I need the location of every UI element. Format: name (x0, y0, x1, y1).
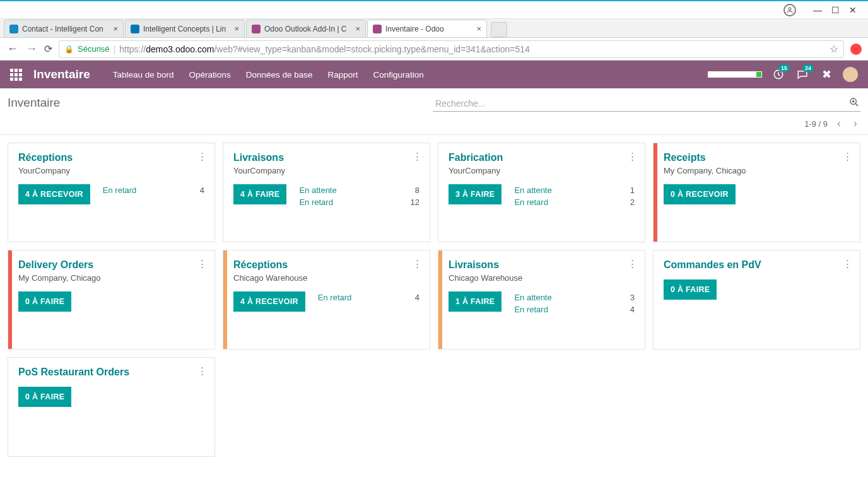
user-avatar[interactable] (843, 67, 858, 82)
pager-prev-icon[interactable]: ‹ (834, 118, 844, 129)
extension-icon[interactable] (850, 44, 862, 55)
nav-item[interactable]: Opérations (189, 70, 231, 79)
stat-label[interactable]: En attente (514, 293, 551, 302)
card-action-button[interactable]: 0 À FAIRE (664, 279, 717, 300)
stat-label[interactable]: En attente (514, 185, 551, 195)
apps-icon[interactable] (10, 69, 22, 81)
card-more-icon[interactable]: ⋮ (413, 151, 422, 162)
stat-label[interactable]: En retard (514, 197, 548, 207)
nav-item[interactable]: Données de base (246, 70, 313, 79)
card-more-icon[interactable]: ⋮ (843, 258, 852, 269)
search-expand-icon[interactable] (849, 97, 859, 109)
stat-value: 8 (407, 185, 419, 195)
card-title[interactable]: Réceptions (233, 259, 419, 271)
card-action-button[interactable]: 4 À FAIRE (233, 184, 286, 204)
card-action-button[interactable]: 1 À FAIRE (449, 291, 501, 312)
stat-label[interactable]: En attente (299, 185, 336, 195)
card-title[interactable]: Fabrication (449, 152, 635, 163)
tab-close-icon[interactable]: × (113, 24, 118, 33)
browser-tab[interactable]: Intelligent Concepts | Lin× (125, 20, 245, 37)
card-action-button[interactable]: 4 À RECEVOIR (233, 291, 305, 312)
nav-item[interactable]: Configuration (373, 70, 424, 79)
card-title[interactable]: Réceptions (18, 152, 204, 163)
window-close[interactable]: ✕ (844, 5, 862, 15)
card-stat[interactable]: En attente8 (299, 185, 419, 195)
stat-label[interactable]: En retard (103, 185, 136, 195)
browser-tab[interactable]: Contact - Intelligent Con× (4, 20, 124, 37)
new-tab-button[interactable] (491, 22, 507, 37)
kanban-card[interactable]: ⋮ Réceptions Chicago Warehouse 4 À RECEV… (223, 250, 430, 350)
card-subtitle: YourCompany (18, 166, 204, 175)
card-action-button[interactable]: 0 À RECEVOIR (664, 184, 736, 204)
window-maximize[interactable]: ☐ (826, 5, 844, 15)
card-title[interactable]: PoS Restaurant Orders (18, 367, 204, 378)
reload-icon[interactable]: ⟳ (44, 43, 52, 55)
stat-label[interactable]: En retard (318, 293, 351, 302)
card-more-icon[interactable]: ⋮ (197, 258, 207, 269)
card-stat[interactable]: En retard4 (318, 293, 419, 302)
kanban-card[interactable]: ⋮ Commandes en PdV 0 À FAIRE (653, 250, 860, 350)
window-minimize[interactable]: — (809, 5, 826, 15)
nav-back-icon[interactable]: ← (6, 42, 19, 56)
card-stat[interactable]: En retard12 (299, 197, 419, 207)
card-title[interactable]: Receipts (664, 152, 850, 163)
tab-close-icon[interactable]: × (476, 24, 481, 33)
tab-title: Contact - Intelligent Con (22, 25, 109, 33)
kanban-card[interactable]: ⋮ Delivery Orders My Company, Chicago 0 … (8, 250, 215, 350)
favicon (373, 25, 382, 33)
stat-value: 4 (622, 305, 635, 314)
tab-close-icon[interactable]: × (234, 24, 239, 33)
card-subtitle: YourCompany (449, 166, 635, 175)
card-title[interactable]: Livraisons (449, 259, 635, 271)
card-more-icon[interactable]: ⋮ (843, 151, 852, 162)
kanban-card[interactable]: ⋮ Livraisons YourCompany 4 À FAIRE En at… (223, 143, 430, 242)
kanban-card[interactable]: ⋮ Receipts My Company, Chicago 0 À RECEV… (653, 143, 860, 242)
card-subtitle: My Company, Chicago (18, 273, 204, 283)
card-stat[interactable]: En attente3 (514, 293, 635, 302)
window-title-bar: — ☐ ✕ (0, 1, 868, 19)
card-action-button[interactable]: 4 À RECEVOIR (18, 184, 90, 204)
card-more-icon[interactable]: ⋮ (413, 258, 422, 269)
tab-close-icon[interactable]: × (355, 24, 360, 33)
card-title[interactable]: Commandes en PdV (664, 259, 850, 271)
search-input[interactable] (433, 96, 860, 112)
card-more-icon[interactable]: ⋮ (197, 365, 207, 377)
card-stat[interactable]: En retard2 (514, 197, 635, 207)
card-stat[interactable]: En retard4 (514, 305, 635, 314)
browser-tab[interactable]: Odoo Outlook Add-In | C× (246, 20, 366, 37)
nav-forward-icon[interactable]: → (25, 42, 38, 56)
chrome-profile-icon[interactable] (783, 4, 796, 16)
browser-address-bar: ← → ⟳ 🔒 Sécurisé | https://demo3.odoo.co… (0, 38, 868, 61)
card-action-button[interactable]: 0 À FAIRE (18, 387, 71, 407)
messages-icon[interactable]: 24 (795, 67, 810, 82)
url-text: https://demo3.odoo.com/web?#view_type=ka… (119, 44, 530, 54)
card-more-icon[interactable]: ⋮ (197, 151, 207, 162)
favicon (9, 25, 18, 33)
kanban-card[interactable]: ⋮ PoS Restaurant Orders 0 À FAIRE (8, 357, 215, 457)
card-action-button[interactable]: 0 À FAIRE (18, 291, 71, 312)
card-stat[interactable]: En retard4 (103, 185, 204, 195)
bookmark-star-icon[interactable]: ☆ (830, 43, 838, 55)
card-action-button[interactable]: 3 À FAIRE (449, 184, 501, 204)
pager-next-icon[interactable]: › (850, 118, 860, 129)
activities-icon[interactable]: 15 (771, 67, 786, 82)
tab-title: Inventaire - Odoo (385, 25, 472, 33)
url-box[interactable]: 🔒 Sécurisé | https://demo3.odoo.com/web?… (59, 40, 844, 58)
card-more-icon[interactable]: ⋮ (628, 258, 637, 269)
kanban-card[interactable]: ⋮ Livraisons Chicago Warehouse 1 À FAIRE… (438, 250, 645, 350)
nav-item[interactable]: Tableau de bord (113, 70, 174, 79)
card-title[interactable]: Delivery Orders (18, 259, 204, 271)
svg-point-0 (789, 8, 791, 10)
card-title[interactable]: Livraisons (233, 152, 419, 163)
card-stat[interactable]: En attente1 (514, 185, 635, 195)
stat-value: 2 (622, 197, 635, 207)
card-more-icon[interactable]: ⋮ (628, 151, 637, 162)
browser-tab[interactable]: Inventaire - Odoo× (367, 20, 487, 37)
kanban-card[interactable]: ⋮ Fabrication YourCompany 3 À FAIRE En a… (438, 143, 645, 242)
stat-value: 1 (622, 185, 635, 195)
stat-label[interactable]: En retard (514, 305, 548, 314)
nav-item[interactable]: Rapport (327, 70, 358, 79)
stat-label[interactable]: En retard (299, 197, 332, 207)
kanban-card[interactable]: ⋮ Réceptions YourCompany 4 À RECEVOIR En… (8, 143, 215, 242)
debug-icon[interactable]: ✖ (819, 67, 834, 82)
